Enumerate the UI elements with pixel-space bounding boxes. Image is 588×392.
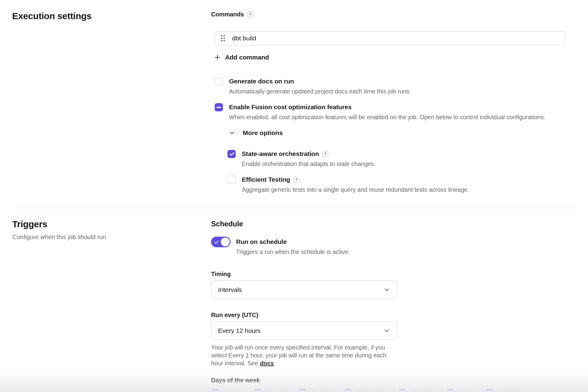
run-on-schedule-row: Run on schedule Triggers a run when the …: [211, 237, 576, 255]
days-of-week-row: Sunday Monday Tuesday Wednesday Thursday: [211, 389, 576, 392]
command-value: dbt build: [232, 35, 256, 42]
friday-label: Friday: [460, 389, 477, 392]
generate-docs-description: Automatically generate updated project d…: [229, 88, 409, 95]
option-generate-docs: Generate docs on run Automatically gener…: [215, 77, 576, 95]
run-every-label: Run every (UTC): [211, 312, 576, 319]
fusion-cost-optimization-checkbox[interactable]: [215, 103, 223, 111]
timing-label: Timing: [211, 271, 576, 278]
execution-settings-content: Commands ? dbt build Add command: [211, 11, 588, 193]
friday-checkbox[interactable]: [446, 389, 454, 392]
run-on-schedule-toggle[interactable]: [211, 237, 231, 247]
add-command-label: Add command: [225, 54, 269, 61]
run-every-helper-text: Your job will run once every specified i…: [211, 343, 392, 367]
generate-docs-checkbox[interactable]: [215, 77, 223, 86]
execution-settings-left-column: Execution settings: [0, 11, 211, 193]
more-options-label: More options: [243, 129, 283, 137]
thursday-label: Thursday: [412, 389, 438, 392]
triggers-section: Triggers Configure when this job should …: [0, 208, 588, 392]
option-fusion-cost-optimization: Enable Fusion cost optimization features…: [215, 103, 576, 121]
sunday-label: Sunday: [224, 389, 246, 392]
job-settings-page: Execution settings Commands ? dbt build …: [0, 0, 588, 392]
efficient-testing-help-icon[interactable]: ?: [293, 177, 299, 183]
efficient-testing-description: Aggregate generic tests into a single qu…: [242, 186, 469, 193]
chevron-down-icon: [383, 327, 390, 334]
commands-label: Commands: [211, 11, 244, 18]
thursday-checkbox[interactable]: [398, 389, 406, 392]
docs-link[interactable]: docs: [260, 360, 274, 367]
day-item-monday: Monday: [254, 389, 290, 392]
schedule-heading: Schedule: [211, 220, 576, 228]
saturday-label: Saturday: [499, 389, 524, 392]
state-aware-orchestration-label: State-aware orchestration: [242, 150, 319, 157]
plus-icon: [214, 54, 221, 61]
day-item-tuesday: Tuesday: [298, 389, 335, 392]
run-on-schedule-label: Run on schedule: [236, 238, 350, 245]
day-item-friday: Friday: [446, 389, 477, 392]
days-of-week-label: Days of the week: [211, 377, 576, 384]
efficient-testing-label: Efficient Testing: [242, 176, 290, 183]
execution-settings-title: Execution settings: [12, 11, 211, 21]
drag-handle-icon[interactable]: [221, 35, 225, 41]
run-on-schedule-description: Triggers a run when the schedule is acti…: [236, 248, 350, 255]
helper-text-before: Your job will run once every specified i…: [211, 344, 386, 367]
commands-help-icon[interactable]: ?: [247, 11, 253, 18]
monday-label: Monday: [267, 389, 290, 392]
tuesday-label: Tuesday: [311, 389, 335, 392]
helper-text-after: .: [274, 360, 275, 367]
state-aware-orchestration-description: Enable orchestration that adapts to stat…: [242, 161, 376, 167]
run-every-select-value: Every 12 hours: [218, 327, 261, 334]
state-aware-orchestration-help-icon[interactable]: ?: [322, 151, 328, 157]
day-item-sunday: Sunday: [211, 389, 246, 392]
option-state-aware-orchestration: State-aware orchestration ? Enable orche…: [227, 150, 576, 167]
toggle-check-icon: [214, 239, 219, 244]
saturday-checkbox[interactable]: [486, 389, 494, 392]
day-item-wednesday: Wednesday: [344, 389, 390, 392]
toggle-knob: [221, 238, 230, 246]
chevron-down-icon: [229, 130, 235, 136]
timing-select-value: Intervals: [218, 286, 242, 293]
execution-settings-section: Execution settings Commands ? dbt build …: [0, 0, 588, 193]
generate-docs-label: Generate docs on run: [229, 78, 294, 85]
fusion-cost-optimization-description: When enabled, all cost optimization feat…: [229, 114, 545, 121]
day-item-thursday: Thursday: [398, 389, 438, 392]
triggers-title: Triggers: [12, 219, 211, 229]
triggers-left-column: Triggers Configure when this job should …: [0, 219, 211, 392]
triggers-content: Schedule Run on schedule Triggers a run …: [211, 219, 588, 392]
triggers-subtitle: Configure when this job should run.: [12, 234, 211, 241]
timing-select[interactable]: Intervals: [211, 280, 397, 299]
chevron-down-icon: [383, 286, 390, 293]
efficient-testing-checkbox[interactable]: [227, 176, 236, 184]
fusion-cost-optimization-label: Enable Fusion cost optimization features: [229, 103, 352, 111]
wednesday-checkbox[interactable]: [344, 389, 352, 392]
command-input[interactable]: dbt build: [215, 31, 565, 45]
day-item-saturday: Saturday: [486, 389, 524, 392]
add-command-button[interactable]: Add command: [214, 54, 269, 61]
more-options-toggle[interactable]: More options: [229, 129, 283, 137]
run-every-select[interactable]: Every 12 hours: [211, 321, 397, 340]
tuesday-checkbox[interactable]: [298, 389, 306, 392]
monday-checkbox[interactable]: [254, 389, 262, 392]
option-efficient-testing: Efficient Testing ? Aggregate generic te…: [227, 175, 576, 193]
state-aware-orchestration-checkbox[interactable]: [227, 150, 236, 158]
sunday-checkbox[interactable]: [211, 389, 219, 392]
wednesday-label: Wednesday: [357, 389, 390, 392]
